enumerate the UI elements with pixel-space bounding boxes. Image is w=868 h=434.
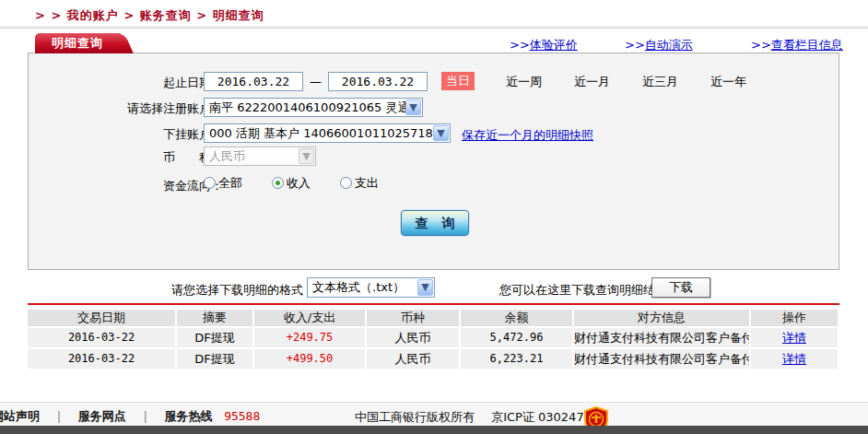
footer-hotline-label: 服务热线 <box>165 409 213 423</box>
table-row: 2016-03-22 DF提现 +499.50 人民币 6,223.21 财付通… <box>28 349 839 369</box>
cell-date: 2016-03-22 <box>28 328 175 347</box>
quick-range-quarter[interactable]: 近三月 <box>642 74 678 90</box>
table-top-divider <box>28 303 839 305</box>
link-prefix: >> <box>625 38 645 52</box>
column-header-balance: 余额 <box>461 310 572 326</box>
detail-link[interactable]: 详情 <box>782 352 806 366</box>
column-header-date: 交易日期 <box>28 310 175 326</box>
link-experience-review[interactable]: >>体验评价 <box>510 37 578 53</box>
icp-license: 京ICP证 030247号 <box>491 410 596 424</box>
radio-all-label: 全部 <box>218 176 242 190</box>
transaction-table: 交易日期 摘要 收入/支出 币种 余额 对方信息 操作 2016-03-22 D… <box>28 310 839 370</box>
footer-separator: ｜ <box>139 409 151 423</box>
registered-account-label: 请选择注册账户： <box>57 100 223 117</box>
table-row: 2016-03-22 DF提现 +249.75 人民币 5,472.96 财付通… <box>28 328 839 347</box>
footer-bottom-bar <box>0 426 868 434</box>
link-auto-demo[interactable]: >>自动演示 <box>625 37 693 53</box>
date-from-input[interactable] <box>204 72 303 91</box>
footer-hotline-number: 95588 <box>224 409 260 423</box>
radio-expense[interactable]: 支出 <box>340 175 379 192</box>
footer-link-service-outlets[interactable]: 服务网点 <box>78 409 126 423</box>
detail-link[interactable]: 详情 <box>782 331 806 345</box>
fund-flow-row: 资金流向： 全部 收入 支出 <box>29 175 839 195</box>
sub-account-label: 下挂账户： <box>57 126 223 143</box>
cell-currency: 人民币 <box>367 328 459 347</box>
query-button[interactable]: 查 询 <box>401 210 469 236</box>
link-label: 体验评价 <box>530 38 578 52</box>
top-divider <box>0 26 868 29</box>
breadcrumb-separator: > <box>196 8 207 22</box>
registered-account-row: 请选择注册账户： 南平 6222001406100921065 灵通卡 ▼ <box>29 98 839 118</box>
radio-checked-icon <box>272 177 284 189</box>
date-range-row: 起止日期： — 当日 近一周 近一月 近三月 近一年 <box>29 72 839 92</box>
cell-summary: DF提现 <box>177 349 252 369</box>
copyright-text: 中国工商银行版权所有 <box>355 410 475 424</box>
cell-counterparty: 财付通支付科技有限公司客户备付金 <box>574 349 749 369</box>
cell-action: 详情 <box>751 349 838 369</box>
breadcrumb-item-detail-query[interactable]: 明细查询 <box>213 8 264 22</box>
column-header-counterparty: 对方信息 <box>574 310 749 326</box>
cell-date: 2016-03-22 <box>28 349 175 369</box>
quick-range-week[interactable]: 近一周 <box>506 74 542 90</box>
date-to-input[interactable] <box>328 72 428 91</box>
link-label: 自动演示 <box>645 38 693 52</box>
download-format-label: 请您选择下载明细的格式 <box>171 282 303 299</box>
breadcrumb: > > 我的账户 > 账务查询 > 明细查询 <box>35 7 264 24</box>
registered-account-select[interactable]: 南平 6222001406100921065 灵通卡 ▼ <box>204 98 423 117</box>
footer-links: 网站声明 ｜ 服务网点 ｜ 服务热线 95588 <box>0 408 260 425</box>
breadcrumb-prefix: > > <box>35 8 62 22</box>
radio-income-label: 收入 <box>287 176 311 190</box>
currency-select-disabled: 人民币 ▼ <box>204 147 316 166</box>
query-form-panel: 起止日期： — 当日 近一周 近一月 近三月 近一年 请选择注册账户： 南平 6… <box>28 53 839 270</box>
currency-value: 人民币 <box>209 149 245 163</box>
column-header-currency: 币种 <box>367 310 459 326</box>
link-label: 查看栏目信息 <box>771 38 843 52</box>
cell-balance: 5,472.96 <box>461 328 572 347</box>
footer-separator: ｜ <box>53 409 65 423</box>
download-format-value: 文本格式（.txt） <box>312 280 405 294</box>
cell-summary: DF提现 <box>177 328 252 347</box>
cell-amount: +249.75 <box>254 328 365 347</box>
fund-flow-label: 资金流向： <box>57 178 223 194</box>
radio-icon <box>204 177 216 189</box>
radio-icon <box>340 177 352 189</box>
chevron-down-icon: ▼ <box>417 279 433 296</box>
breadcrumb-item-account-query[interactable]: 账务查询 <box>140 8 192 22</box>
breadcrumb-separator: > <box>123 8 135 22</box>
download-format-select[interactable]: 文本格式（.txt） ▼ <box>307 277 435 298</box>
download-button[interactable]: 下载 <box>651 277 710 298</box>
cell-balance: 6,223.21 <box>461 349 572 369</box>
footer-link-site-statement[interactable]: 网站声明 <box>0 409 40 423</box>
column-header-summary: 摘要 <box>177 310 252 326</box>
cell-action: 详情 <box>751 328 838 347</box>
radio-expense-label: 支出 <box>355 176 379 190</box>
footer-copyright: 中国工商银行版权所有 京ICP证 030247号 <box>355 409 596 426</box>
icbc-detail-query-page: > > 我的账户 > 账务查询 > 明细查询 明细查询 >>体验评价 >>自动演… <box>0 0 868 434</box>
tab-label: 明细查询 <box>35 33 120 53</box>
chevron-down-icon: ▼ <box>299 148 314 164</box>
save-snapshot-link[interactable]: 保存近一个月的明细快照 <box>462 127 593 144</box>
chevron-down-icon: ▼ <box>433 125 449 141</box>
quick-range-year[interactable]: 近一年 <box>710 74 746 90</box>
link-view-column-info[interactable]: >>查看栏目信息 <box>751 37 843 53</box>
breadcrumb-item-my-account[interactable]: 我的账户 <box>67 8 119 22</box>
sub-account-row: 下挂账户： 000 活期 基本户 1406600101102571848 ▼ 保… <box>29 123 839 144</box>
date-range-dash: — <box>310 75 322 88</box>
chevron-down-icon: ▼ <box>405 100 421 115</box>
quick-range-month[interactable]: 近一月 <box>574 74 610 90</box>
column-header-action: 操作 <box>751 310 838 326</box>
quick-range-today[interactable]: 当日 <box>441 72 475 90</box>
sub-account-select[interactable]: 000 活期 基本户 1406600101102571848 ▼ <box>204 123 451 143</box>
link-prefix: >> <box>510 38 530 52</box>
radio-all[interactable]: 全部 <box>204 175 242 192</box>
table-header-row: 交易日期 摘要 收入/支出 币种 余额 对方信息 操作 <box>28 310 839 326</box>
column-header-amount: 收入/支出 <box>254 310 365 326</box>
cell-counterparty: 财付通支付科技有限公司客户备付金 <box>574 328 749 347</box>
sub-account-value: 000 活期 基本户 1406600101102571848 <box>209 126 448 140</box>
tab-detail-query[interactable]: 明细查询 <box>35 33 120 53</box>
currency-label: 币 种： <box>57 149 223 166</box>
registered-account-value: 南平 6222001406100921065 灵通卡 <box>209 100 421 114</box>
download-result-label: 您可以在这里下载查询明细结果 <box>499 282 667 299</box>
cell-currency: 人民币 <box>367 349 459 369</box>
radio-income[interactable]: 收入 <box>272 175 311 192</box>
